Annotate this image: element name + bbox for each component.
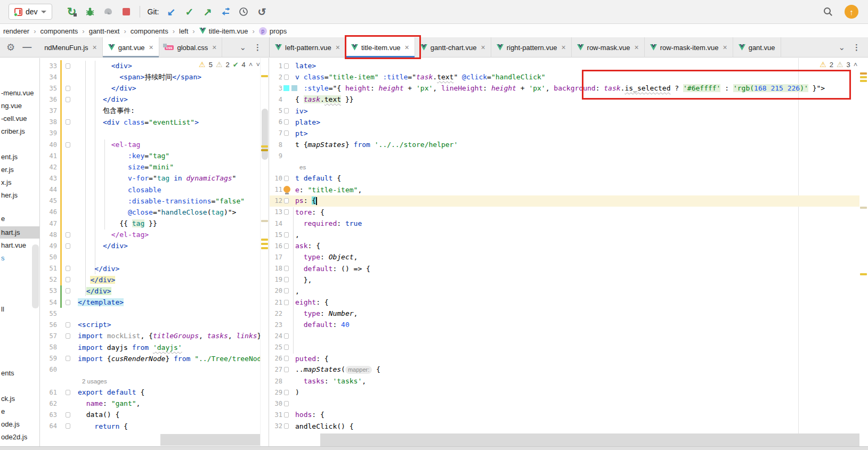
- code-line[interactable]: 12ps: {: [270, 195, 868, 207]
- code-line[interactable]: 22 type: Number,: [270, 308, 868, 319]
- error-stripe-right[interactable]: [859, 58, 868, 446]
- git-fetch-icon[interactable]: [216, 3, 234, 21]
- fold-column[interactable]: [63, 300, 72, 305]
- code-text[interactable]: <div>: [78, 62, 132, 70]
- code-line[interactable]: 46 @close="handleClose(tag)">: [40, 207, 269, 218]
- sidebar-item[interactable]: hart.js: [0, 226, 40, 239]
- code-text[interactable]: default: 40: [295, 321, 350, 329]
- code-line[interactable]: 35 </div>: [40, 83, 269, 94]
- sidebar-item[interactable]: ents: [0, 367, 40, 379]
- code-text[interactable]: v class="title-item" :title="task.text" …: [295, 73, 546, 81]
- code-text[interactable]: export default {: [78, 388, 144, 396]
- code-text[interactable]: closable: [78, 186, 161, 194]
- code-text[interactable]: tasks: 'tasks',: [295, 377, 366, 385]
- sidebar-item[interactable]: e: [0, 405, 40, 418]
- close-icon[interactable]: ×: [723, 43, 727, 52]
- code-line[interactable]: 64 return {: [40, 421, 269, 432]
- breadcrumb-item[interactable]: pprops: [258, 27, 288, 35]
- sidebar-item[interactable]: ent.js: [0, 151, 40, 163]
- fold-icon[interactable]: [66, 232, 70, 238]
- tab-gant.vue[interactable]: gant.vue: [733, 37, 781, 58]
- fold-icon[interactable]: [66, 243, 70, 249]
- code-text[interactable]: </div>: [78, 242, 128, 250]
- code-text[interactable]: <el-tag: [78, 141, 140, 149]
- code-text[interactable]: 2 usages: [78, 378, 107, 384]
- close-icon[interactable]: ×: [561, 43, 565, 52]
- fold-icon[interactable]: [284, 277, 289, 282]
- kebab-menu-icon[interactable]: ⋮: [254, 43, 262, 52]
- breadcrumb-item[interactable]: left: [178, 27, 189, 35]
- sidebar-item[interactable]: ng.vue: [0, 100, 40, 112]
- intention-bulb-icon[interactable]: [283, 186, 290, 193]
- fold-column[interactable]: [63, 356, 72, 361]
- fold-column[interactable]: [282, 277, 290, 282]
- sidebar-item[interactable]: ck.js: [0, 392, 40, 405]
- fold-column[interactable]: [63, 97, 72, 102]
- code-text[interactable]: :disable-transitions="false": [78, 197, 245, 205]
- code-text[interactable]: iv>: [295, 107, 307, 115]
- code-line[interactable]: 21eight: {: [270, 297, 868, 308]
- code-line[interactable]: 40 <el-tag: [40, 139, 269, 150]
- code-line[interactable]: 56<script>: [40, 319, 269, 330]
- code-text[interactable]: ,: [295, 287, 299, 295]
- code-text[interactable]: import dayjs from 'dayjs': [78, 343, 182, 351]
- fold-column[interactable]: [63, 266, 72, 271]
- code-line[interactable]: 47 {{ tag }}: [40, 218, 269, 229]
- fold-icon[interactable]: [284, 209, 289, 215]
- close-icon[interactable]: ×: [336, 43, 340, 52]
- profiler-icon[interactable]: [99, 3, 117, 21]
- code-text[interactable]: </div>: [78, 287, 111, 295]
- git-push-icon[interactable]: ↗: [198, 3, 216, 21]
- code-line[interactable]: 54</template>: [40, 297, 269, 308]
- fold-column[interactable]: [282, 412, 290, 418]
- code-text[interactable]: es: [295, 164, 306, 170]
- code-line[interactable]: 24: [270, 330, 868, 341]
- fold-column[interactable]: [282, 401, 290, 406]
- fold-icon[interactable]: [284, 300, 289, 305]
- close-icon[interactable]: ×: [212, 43, 216, 52]
- code-line[interactable]: 16ask: {: [270, 240, 868, 251]
- fold-icon[interactable]: [284, 176, 289, 181]
- breadcrumb-item[interactable]: components: [129, 27, 169, 35]
- code-text[interactable]: </div>: [78, 95, 128, 103]
- fold-column[interactable]: [63, 243, 72, 249]
- code-line[interactable]: 27..mapStates(mapper: {: [270, 364, 868, 375]
- code-text[interactable]: </el-tag>: [78, 231, 149, 239]
- sidebar-item[interactable]: her.js: [0, 189, 40, 201]
- fold-column[interactable]: [282, 356, 290, 361]
- code-line[interactable]: 38 <div class="eventList">: [40, 117, 269, 128]
- code-line[interactable]: 31hods: {: [270, 409, 868, 420]
- breadcrumb-item[interactable]: gantt-next: [88, 27, 121, 35]
- fold-icon[interactable]: [66, 119, 70, 125]
- sidebar-item[interactable]: ode.js: [0, 418, 40, 430]
- code-text[interactable]: import mockList, {titleGroups, tasks, li…: [78, 332, 261, 340]
- tab-gant.vue[interactable]: gant.vue×: [103, 37, 159, 58]
- fold-column[interactable]: [63, 277, 72, 282]
- code-line[interactable]: 48 </el-tag>: [40, 229, 269, 240]
- prev-issue-icon[interactable]: ˄: [249, 61, 253, 69]
- fold-column[interactable]: [63, 63, 72, 69]
- code-line[interactable]: 44 closable: [40, 184, 269, 195]
- close-icon[interactable]: ×: [93, 43, 97, 52]
- code-text[interactable]: { task.text }}: [295, 95, 354, 103]
- code-line[interactable]: 15,: [270, 229, 868, 240]
- fold-icon[interactable]: [66, 97, 70, 102]
- fold-column[interactable]: [282, 266, 290, 271]
- code-line[interactable]: 32andleClick() {: [270, 421, 868, 432]
- fold-icon[interactable]: [66, 266, 70, 271]
- editor-pane-right[interactable]: 1late>2v class="title-item" :title="task…: [270, 58, 868, 446]
- fold-column[interactable]: [63, 322, 72, 328]
- gear-icon[interactable]: ⚙: [6, 42, 15, 53]
- code-text[interactable]: @close="handleClose(tag)">: [78, 208, 236, 216]
- code-text[interactable]: pt>: [295, 129, 307, 137]
- next-issue-icon[interactable]: ˅: [256, 61, 260, 69]
- debug-icon[interactable]: [81, 3, 99, 21]
- sidebar-item[interactable]: ode2d.js: [0, 431, 40, 443]
- fold-column[interactable]: [282, 209, 290, 215]
- scrollbar-thumb[interactable]: [262, 109, 268, 160]
- code-line[interactable]: 17 type: Object,: [270, 251, 868, 263]
- code-line[interactable]: 45 :disable-transitions="false": [40, 195, 269, 207]
- fold-column[interactable]: [63, 232, 72, 238]
- code-text[interactable]: ask: {: [295, 242, 320, 250]
- code-line[interactable]: 36 </div>: [40, 94, 269, 105]
